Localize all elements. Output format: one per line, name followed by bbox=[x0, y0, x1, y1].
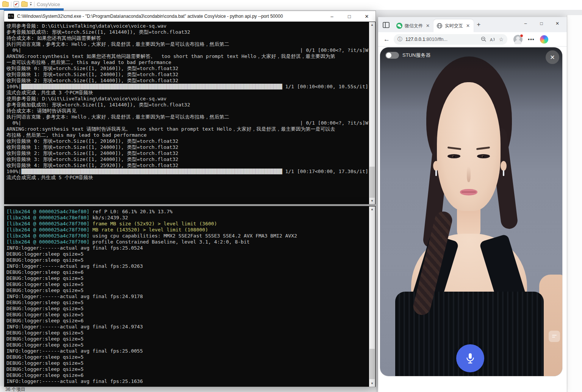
read-aloud-icon[interactable]: A bbox=[490, 37, 496, 42]
console-line: [libx264 @ 0000025a4c78ef80] ref P L0: 6… bbox=[6, 209, 369, 215]
scroll-up-icon[interactable]: ▲ bbox=[369, 22, 375, 28]
tab-close-icon[interactable]: ✕ bbox=[425, 23, 430, 28]
console-line: 一是可以去布拉格，然后第二, this may lead to bad perf… bbox=[6, 59, 369, 66]
stun-server-control: STUN服务器 bbox=[385, 52, 430, 59]
cmd-titlebar[interactable]: C:\ C:\Windows\System32\cmd.exe - "D:\Pr… bbox=[4, 11, 375, 22]
zoom-out-icon[interactable] bbox=[481, 36, 487, 42]
console-line: INFO:logger:------actual avg final fps:2… bbox=[6, 378, 369, 384]
stun-toggle[interactable] bbox=[385, 52, 399, 59]
portrait-ear bbox=[501, 161, 507, 171]
portrait-lips bbox=[460, 189, 477, 195]
cmd-console-lines: 使用参考音频: D:\Git\LiveTalking\data\voice\vo… bbox=[5, 22, 369, 203]
explorer-quick-access-toolbar: ✔ ▾ bbox=[2, 1, 34, 7]
console-line: [libx264 @ 0000025a4c78f700] frame MB si… bbox=[6, 221, 369, 227]
minimize-button[interactable]: – bbox=[518, 17, 534, 30]
divider bbox=[34, 2, 34, 7]
console-line: DEBUG:logger:sleep qsize=5 bbox=[6, 257, 369, 263]
console-line: DEBUG:logger:sleep qsize=6 bbox=[6, 269, 369, 275]
console-line: ARNING:root:synthesis text 如果您还有其他问题需要解答… bbox=[6, 53, 369, 59]
cmd-icon: C:\ bbox=[8, 14, 14, 19]
copilot-icon[interactable] bbox=[540, 35, 548, 44]
portrait-eye bbox=[447, 154, 460, 158]
item-count-label: 36 个项目 bbox=[5, 386, 25, 392]
console-line: DEBUG:logger:sleep qsize=5 bbox=[6, 251, 369, 257]
console-line: DEBUG:logger:sleep qsize=5 bbox=[6, 312, 369, 318]
tab-close-icon[interactable]: ✕ bbox=[465, 23, 471, 28]
profile-avatar[interactable] bbox=[513, 35, 523, 44]
favorite-star-icon[interactable]: ☆ bbox=[499, 36, 504, 42]
console-line: 0%| | 0/1 [00:00<?, ?it/s]W bbox=[6, 120, 369, 126]
portrait-nose bbox=[467, 166, 471, 182]
microphone-button[interactable] bbox=[456, 344, 484, 372]
console-line: [libx264 @ 0000025a4c78f700] using cpu c… bbox=[6, 233, 369, 239]
console-line: DEBUG:logger:sleep qsize=5 bbox=[6, 300, 369, 306]
console-line: 收到音频块 1: 形状=torch.Size([1, 24000]), 类型=t… bbox=[6, 144, 369, 150]
scrollbar[interactable]: ▲ ▼ bbox=[369, 206, 375, 387]
close-button[interactable]: ✕ bbox=[549, 17, 565, 30]
console-line: DEBUG:logger:sleep qsize=5 bbox=[6, 354, 369, 360]
scroll-down-icon[interactable]: ▼ bbox=[369, 198, 375, 204]
explorer-edge bbox=[0, 10, 4, 392]
explorer-titlebar: ✔ ▾ CosyVoice bbox=[0, 0, 582, 10]
console-line: DEBUG:logger:sleep qsize=5 bbox=[6, 306, 369, 312]
folder-icon[interactable] bbox=[2, 2, 9, 7]
browser-float-button[interactable] bbox=[549, 331, 560, 342]
console-line: 参考音频加载成功: 形状=torch.Size([1, 141440]), 类型… bbox=[6, 29, 369, 35]
console-line: 执行同语言克隆，参考文本: Hello，大家好，我是舒淇，最主要因为第一是可以去… bbox=[6, 114, 369, 120]
portrait-eyebrow bbox=[447, 147, 461, 150]
site-info-icon[interactable]: ⓘ bbox=[397, 36, 402, 43]
back-button[interactable]: ← bbox=[383, 36, 390, 43]
console-line: [libx264 @ 0000025a4c78ef80] kb/s:2439.3… bbox=[6, 215, 369, 221]
browser-window: 微信文件 ✕ 实时交互 ✕ + – □ ✕ ← ⓘ 127.0.0.1:8010… bbox=[378, 17, 567, 392]
scrollbar[interactable]: ▲ ▼ bbox=[369, 22, 375, 204]
portrait-eyebrow bbox=[476, 147, 490, 150]
background-window-edge bbox=[567, 15, 582, 392]
stun-label: STUN服务器 bbox=[402, 52, 430, 59]
minimize-button[interactable]: – bbox=[323, 11, 341, 22]
folder-icon[interactable] bbox=[21, 2, 28, 7]
console-line: DEBUG:logger:sleep qsize=5 bbox=[6, 366, 369, 372]
portrait-face bbox=[437, 82, 501, 211]
tab-actions-icon[interactable] bbox=[382, 21, 390, 29]
scroll-up-icon[interactable]: ▲ bbox=[369, 206, 375, 212]
console-line: 收到音频块 3: 形状=torch.Size([1, 24000]), 类型=t… bbox=[6, 156, 369, 162]
maximize-button[interactable]: □ bbox=[534, 17, 549, 30]
console-line: ARNING:root:synthesis text 请随时告诉我再见。 too… bbox=[6, 126, 369, 132]
earring bbox=[503, 170, 504, 176]
address-bar[interactable]: ⓘ 127.0.0.1:8010/ffn... A ☆ bbox=[394, 34, 507, 45]
console-line: 100%|███████████████████████████████████… bbox=[6, 84, 369, 90]
svg-text:A: A bbox=[490, 37, 493, 42]
scroll-thumb[interactable] bbox=[369, 349, 375, 379]
new-tab-button[interactable]: + bbox=[477, 21, 480, 28]
scroll-down-icon[interactable]: ▼ bbox=[369, 381, 375, 387]
tab-realtime-interaction[interactable]: 实时交互 ✕ bbox=[433, 19, 474, 32]
console-line: DEBUG:logger:sleep qsize=6 bbox=[6, 372, 369, 378]
console-line: 参考音频加载成功: 形状=torch.Size([1, 141440]), 类型… bbox=[6, 102, 369, 108]
tab-wechat-files[interactable]: 微信文件 ✕ bbox=[393, 19, 433, 32]
video-top-shade bbox=[380, 47, 562, 72]
url-text[interactable]: 127.0.0.1:8010/ffn... bbox=[405, 37, 478, 42]
video-close-button[interactable]: ✕ bbox=[546, 50, 559, 64]
scroll-thumb[interactable] bbox=[369, 167, 375, 198]
console-line: 收到音频块 0: 形状=torch.Size([1, 20160]), 类型=t… bbox=[6, 138, 369, 144]
console-line: INFO:logger:------actual avg final fps:2… bbox=[6, 245, 369, 251]
console-line: 0%| | 0/1 [00:00<?, ?it/s]W bbox=[6, 47, 369, 53]
notification-dot bbox=[520, 34, 523, 37]
divider bbox=[11, 2, 11, 7]
more-menu-icon[interactable]: ••• bbox=[528, 36, 535, 42]
console-line: 待合成文本: 请随时告诉我再见 bbox=[6, 108, 369, 114]
close-button[interactable]: ✕ bbox=[358, 11, 375, 22]
microphone-icon bbox=[465, 353, 476, 364]
console-line: DEBUG:logger:sleep qsize=5 bbox=[6, 281, 369, 287]
console-line: 布拉格，然后第二, this may lead to bad performan… bbox=[6, 132, 369, 138]
avatar-video: STUN服务器 ✕ bbox=[380, 47, 562, 376]
customize-toolbar-icon[interactable]: ▾ bbox=[30, 2, 32, 6]
console-line: 收到音频块 2: 形状=torch.Size([1, 14400]), 类型=t… bbox=[6, 78, 369, 84]
console-line: 100%|███████████████████████████████████… bbox=[6, 169, 369, 175]
toggle-knob bbox=[386, 53, 391, 58]
globe-icon bbox=[436, 23, 443, 29]
maximize-button[interactable]: □ bbox=[341, 11, 358, 22]
console-line: 待合成文本: 如果您还有其他问题需要解答 bbox=[6, 35, 369, 41]
console-line: DEBUG:logger:sleep qsize=5 bbox=[6, 336, 369, 342]
checkbox-icon[interactable]: ✔ bbox=[14, 1, 19, 7]
